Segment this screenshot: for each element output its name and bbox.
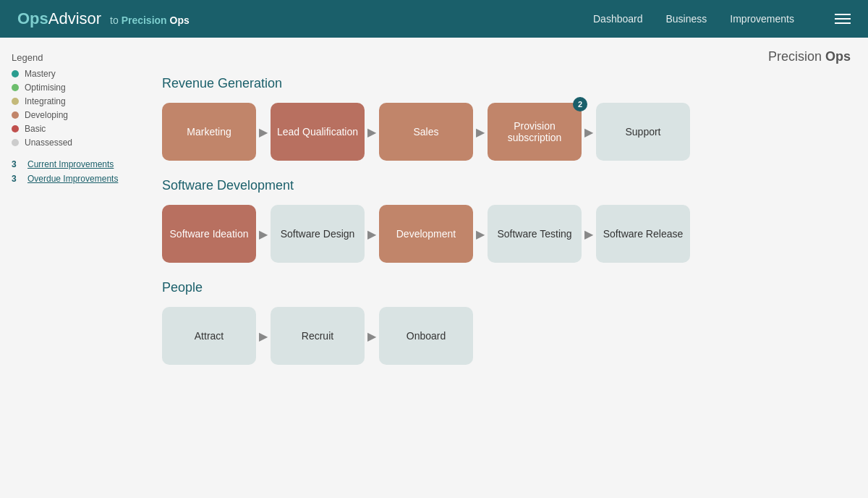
sections-container: Revenue GenerationMarketing▶Lead Qualifi… <box>162 76 851 365</box>
flow-item: Onboard <box>379 307 473 365</box>
flow-arrow: ▶ <box>367 125 376 139</box>
flow-row-software-development: Software Ideation▶Software Design▶Develo… <box>162 205 851 263</box>
card-software-testing[interactable]: Software Testing <box>488 205 582 263</box>
sidebar-counters: 3 Current Improvements 3 Overdue Improve… <box>12 159 133 184</box>
flow-item: Provision subscription2▶ <box>488 103 596 161</box>
section-software-development: Software DevelopmentSoftware Ideation▶So… <box>162 178 851 263</box>
brand-precision: Precision <box>122 14 167 26</box>
legend-label: Developing <box>25 110 68 120</box>
counter-badge: 3 <box>12 159 22 169</box>
counter-label: Current Improvements <box>27 159 114 169</box>
legend-item: Basic <box>12 124 133 134</box>
legend-label: Basic <box>25 124 46 134</box>
brand-ops2: Ops <box>167 14 190 26</box>
flow-arrow: ▶ <box>259 329 268 343</box>
legend-dot <box>12 70 19 77</box>
flow-arrow: ▶ <box>584 227 593 241</box>
card-software-release[interactable]: Software Release <box>596 205 690 263</box>
section-heading-people: People <box>162 280 851 295</box>
nav-business[interactable]: Business <box>665 13 707 25</box>
flow-row-people: Attract▶Recruit▶Onboard <box>162 307 851 365</box>
hamburger-menu[interactable] <box>835 14 851 24</box>
card-sales[interactable]: Sales <box>379 103 473 161</box>
card-recruit[interactable]: Recruit <box>271 307 365 365</box>
brand-ops: Ops <box>17 9 48 28</box>
section-heading-software-development: Software Development <box>162 178 851 193</box>
page-title: Precision Ops <box>768 49 851 64</box>
flow-item: Recruit▶ <box>271 307 379 365</box>
flow-item: Marketing▶ <box>162 103 271 161</box>
legend-label: Unassessed <box>25 138 72 148</box>
flow-row-revenue-generation: Marketing▶Lead Qualification▶Sales▶Provi… <box>162 103 851 161</box>
flow-item: Software Design▶ <box>271 205 379 263</box>
brand-advisor: Advisor <box>48 9 101 28</box>
brand-to: to <box>107 14 121 26</box>
page-title-bold: Ops <box>825 49 851 64</box>
badge: 2 <box>573 97 587 111</box>
section-people: PeopleAttract▶Recruit▶Onboard <box>162 280 851 365</box>
legend-item: Developing <box>12 110 133 120</box>
card-onboard[interactable]: Onboard <box>379 307 473 365</box>
card-support[interactable]: Support <box>596 103 690 161</box>
section-heading-revenue-generation: Revenue Generation <box>162 76 851 91</box>
legend-items: Mastery Optimising Integrating Developin… <box>12 69 133 148</box>
legend-dot <box>12 84 19 91</box>
flow-item: Attract▶ <box>162 307 271 365</box>
flow-item: Software Release <box>596 205 690 263</box>
legend-label: Optimising <box>25 83 66 93</box>
card-marketing[interactable]: Marketing <box>162 103 256 161</box>
brand-logo[interactable]: Ops Advisor to Precision Ops <box>17 9 190 28</box>
flow-arrow: ▶ <box>584 125 593 139</box>
nav-dashboard[interactable]: Dashboard <box>593 13 643 25</box>
section-revenue-generation: Revenue GenerationMarketing▶Lead Qualifi… <box>162 76 851 161</box>
legend-dot <box>12 139 19 146</box>
flow-arrow: ▶ <box>367 227 376 241</box>
flow-item: Lead Qualification▶ <box>271 103 379 161</box>
nav-improvements[interactable]: Improvements <box>730 13 794 25</box>
legend-item: Integrating <box>12 96 133 106</box>
card-attract[interactable]: Attract <box>162 307 256 365</box>
legend-item: Optimising <box>12 83 133 93</box>
card-provision-subscription[interactable]: Provision subscription2 <box>488 103 582 161</box>
page-title-row: Precision Ops <box>162 49 851 64</box>
main-content: Legend Mastery Optimising Integrating De… <box>0 38 868 498</box>
legend-dot <box>12 98 19 105</box>
legend-label: Mastery <box>25 69 56 79</box>
counter-badge: 3 <box>12 174 22 184</box>
counter-label: Overdue Improvements <box>27 174 118 184</box>
flow-arrow: ▶ <box>367 329 376 343</box>
card-development[interactable]: Development <box>379 205 473 263</box>
page-area: Precision Ops Revenue GenerationMarketin… <box>145 38 868 498</box>
card-lead-qualification[interactable]: Lead Qualification <box>271 103 365 161</box>
sidebar: Legend Mastery Optimising Integrating De… <box>0 38 145 498</box>
flow-arrow: ▶ <box>476 227 485 241</box>
flow-item: Sales▶ <box>379 103 488 161</box>
card-software-ideation[interactable]: Software Ideation <box>162 205 256 263</box>
flow-arrow: ▶ <box>259 227 268 241</box>
legend-item: Unassessed <box>12 138 133 148</box>
card-software-design[interactable]: Software Design <box>271 205 365 263</box>
legend-item: Mastery <box>12 69 133 79</box>
sidebar-counter-item[interactable]: 3 Overdue Improvements <box>12 174 133 184</box>
flow-arrow: ▶ <box>476 125 485 139</box>
sidebar-counter-item[interactable]: 3 Current Improvements <box>12 159 133 169</box>
legend-title: Legend <box>12 52 133 63</box>
flow-item: Development▶ <box>379 205 488 263</box>
nav-links: Dashboard Business Improvements <box>593 13 851 25</box>
flow-arrow: ▶ <box>259 125 268 139</box>
flow-item: Software Testing▶ <box>488 205 596 263</box>
flow-item: Support <box>596 103 690 161</box>
legend-dot <box>12 111 19 119</box>
legend-label: Integrating <box>25 96 66 106</box>
navbar: Ops Advisor to Precision Ops Dashboard B… <box>0 0 868 38</box>
legend-dot <box>12 125 19 132</box>
flow-item: Software Ideation▶ <box>162 205 271 263</box>
